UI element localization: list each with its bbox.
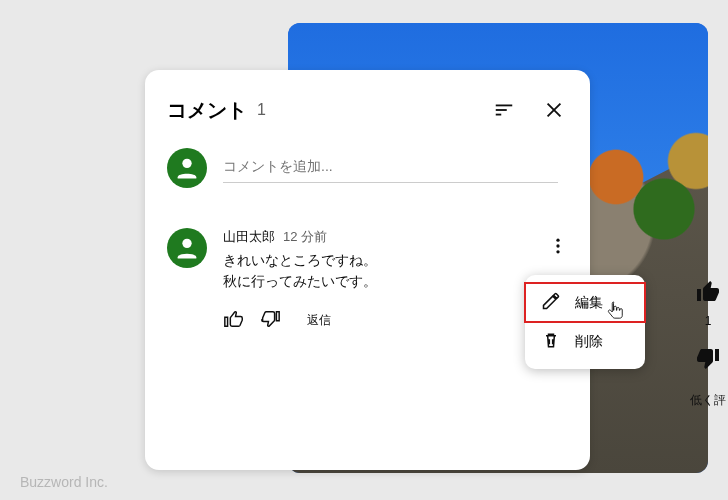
my-avatar[interactable] [167, 148, 207, 188]
reply-button[interactable]: 返信 [295, 306, 343, 335]
svg-point-8 [556, 244, 559, 247]
like-button[interactable] [696, 280, 720, 308]
comment-item: 山田太郎 12 分前 きれいなところですね。 秋に行ってみたいです。 返信 [167, 228, 584, 335]
pencil-icon [541, 291, 561, 314]
svg-point-7 [556, 239, 559, 242]
panel-count: 1 [257, 101, 266, 119]
svg-point-5 [182, 159, 191, 168]
comment-text: きれいなところですね。 秋に行ってみたいです。 [223, 250, 534, 292]
dislike-button[interactable] [696, 346, 720, 374]
add-comment-row [167, 148, 584, 188]
panel-title: コメント [167, 97, 247, 124]
watermark: Buzzword Inc. [20, 474, 108, 490]
comment-time: 12 分前 [283, 228, 327, 246]
menu-item-delete[interactable]: 削除 [525, 322, 645, 361]
menu-item-edit[interactable]: 編集 [525, 283, 645, 322]
rail-more-text: 低く評 [690, 392, 726, 409]
comment-like-button[interactable] [223, 308, 245, 334]
comment-dislike-button[interactable] [259, 308, 281, 334]
menu-edit-label: 編集 [575, 294, 603, 312]
svg-point-9 [556, 250, 559, 253]
like-count: 1 [705, 314, 712, 328]
close-button[interactable] [534, 90, 574, 130]
svg-point-6 [182, 239, 191, 248]
reaction-rail: 1 低く評 [690, 280, 726, 409]
menu-delete-label: 削除 [575, 333, 603, 351]
sort-button[interactable] [484, 90, 524, 130]
comment-more-button[interactable] [548, 236, 568, 260]
comment-author[interactable]: 山田太郎 [223, 228, 275, 246]
trash-icon [541, 330, 561, 353]
comment-action-menu: 編集 削除 [525, 275, 645, 369]
commenter-avatar[interactable] [167, 228, 207, 268]
comment-input[interactable] [223, 154, 558, 183]
comments-panel: コメント 1 山田太郎 12 分前 [145, 70, 590, 470]
